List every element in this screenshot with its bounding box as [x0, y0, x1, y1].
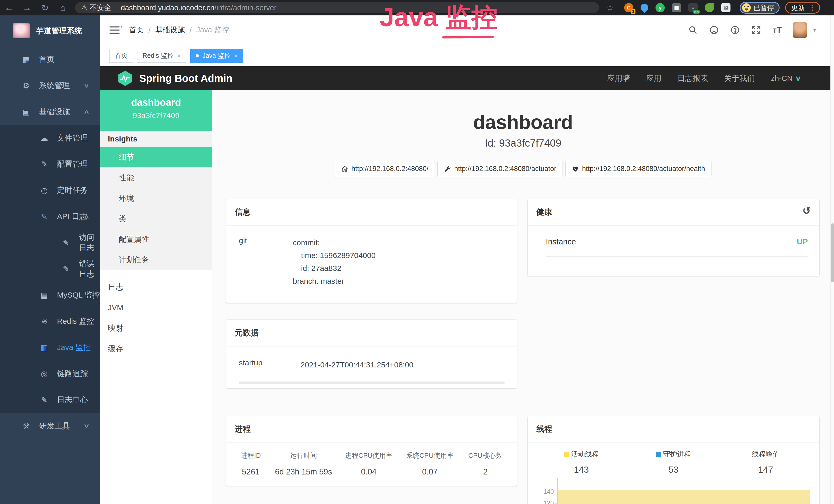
sidebar-item-system-management[interactable]: ⚙ 系统管理 ∨ [0, 72, 100, 98]
sidebar-item-redis-monitor[interactable]: ≋ Redis 监控 [0, 308, 100, 334]
tag-home[interactable]: 首页 [109, 49, 133, 63]
legend-peak-threads[interactable]: 线程峰值 [720, 450, 812, 459]
reload-icon[interactable]: ↻ [36, 3, 54, 13]
extension-onetab-icon[interactable]: ≡ on [688, 3, 698, 12]
extension-y-icon[interactable]: y [656, 3, 665, 12]
app-logo-row[interactable]: 芋道管理系统 [0, 16, 100, 46]
process-card-title: 进程 [226, 416, 517, 442]
sidebar-item-mysql-monitor[interactable]: ▤ MySQL 监控 [0, 282, 100, 308]
sidebar-item-label: Redis 监控 [57, 316, 94, 327]
infrastructure-submenu: ☁ 文件管理 ✎ 配置管理 ◷ 定时任务 ✎ API 日志 ∧ ✎ 访问日志 ✎ [0, 125, 100, 413]
y-tick-140: 140 [544, 488, 554, 495]
sba-link-applications[interactable]: 应用 [646, 73, 661, 84]
sidebar-item-java-monitor[interactable]: ▥ Java 监控 [0, 334, 100, 361]
sidebar-item-label: 配置管理 [57, 159, 88, 169]
search-icon[interactable] [687, 24, 699, 36]
history-icon[interactable]: ↺ [803, 205, 811, 216]
browser-update-button[interactable]: 更新 ⋮ [785, 2, 820, 14]
extension-grid-icon[interactable]: ▦ [672, 3, 681, 12]
sidebar-item-access-logs[interactable]: ✎ 访问日志 [0, 230, 100, 256]
extensions-row: C 1 y ▦ ≡ on ⚄ [624, 3, 730, 12]
sidebar-item-file-management[interactable]: ☁ 文件管理 [0, 125, 100, 151]
tag-redis-monitor[interactable]: Redis 监控 × [137, 49, 186, 63]
help-icon[interactable] [729, 24, 741, 36]
sba-item-mappings[interactable]: 映射 [100, 318, 212, 338]
bookmark-star-icon[interactable]: ☆ [603, 3, 616, 13]
tags-view: 首页 Redis 监控 × Java 监控 × [100, 45, 834, 66]
sba-brand[interactable]: Spring Boot Admin [117, 70, 233, 87]
sba-item-logs[interactable]: 日志 [100, 277, 212, 297]
not-secure-label[interactable]: 不安全 [90, 3, 111, 13]
sba-item-metrics[interactable]: 性能 [100, 167, 212, 188]
extension-puzzle-icon[interactable]: ⚄ [721, 3, 730, 12]
sba-insights-section: Insights 细节 性能 环境 类 配置属性 计划任务 [100, 131, 212, 270]
sidebar-item-label: API 日志 [57, 211, 87, 222]
horizontal-scrollbar[interactable] [239, 382, 505, 384]
extension-pin-icon[interactable] [639, 2, 650, 13]
sidebar-item-error-logs[interactable]: ✎ 错误日志 [0, 256, 100, 282]
endpoint-actuator-button[interactable]: http://192.168.0.2:48080/actuator [437, 161, 563, 177]
chevron-up-icon: ∧ [84, 213, 90, 220]
threads-legend: 活动线程 守护进程 线程峰值 [535, 450, 812, 459]
sba-item-caches[interactable]: 缓存 [100, 338, 212, 359]
github-icon[interactable] [708, 24, 720, 36]
collapse-sidebar-icon[interactable] [109, 24, 120, 36]
avatar-caret-icon[interactable]: ▾ [813, 27, 816, 33]
fullscreen-icon[interactable] [750, 24, 762, 36]
sba-item-scheduled-tasks[interactable]: 计划任务 [100, 250, 212, 270]
sidebar-item-home[interactable]: ▦ 首页 [0, 46, 100, 72]
sidebar-item-scheduled-tasks[interactable]: ◷ 定时任务 [0, 177, 100, 203]
tag-label: 首页 [115, 51, 128, 60]
breadcrumb-home[interactable]: 首页 [129, 25, 144, 35]
instance-id-subtitle: Id: 93a3fc7f7409 [212, 137, 834, 149]
forward-icon[interactable]: → [18, 3, 36, 13]
endpoint-home-button[interactable]: http://192.168.0.2:48080/ [335, 161, 435, 177]
sba-item-details[interactable]: 细节 [100, 147, 212, 167]
sba-instance-id: 93a3fc7f7409 [100, 111, 212, 120]
endpoint-health-button[interactable]: http://192.168.0.2:48080/actuator/health [565, 161, 711, 177]
health-instance-label[interactable]: Instance [546, 237, 576, 247]
browser-menu-icon[interactable]: ⋮ [809, 6, 816, 9]
url-path[interactable]: /infra/admin-server [215, 4, 277, 12]
extension-colorpicker-icon[interactable]: C 1 [624, 3, 633, 12]
sidebar-item-dev-tools[interactable]: ⚒ 研发工具 ∨ [0, 413, 100, 439]
page-scrollbar[interactable] [830, 16, 834, 504]
back-icon[interactable]: ← [0, 3, 18, 13]
address-bar[interactable]: ⚠ 不安全 dashboard.yudao.iocoder.cn /infra/… [75, 2, 599, 13]
legend-daemon-threads[interactable]: 守护进程 [628, 450, 720, 459]
browser-profile-chip[interactable]: 已暂停 [740, 2, 780, 14]
uptime-value: 6d 23h 15m 59s [269, 467, 338, 477]
sba-item-environment[interactable]: 环境 [100, 188, 212, 208]
font-size-icon[interactable]: ᴛT [772, 24, 783, 36]
sidebar-item-label: 首页 [39, 54, 54, 65]
extension-leaf-icon[interactable] [705, 3, 714, 12]
sba-instance-header[interactable]: dashboard 93a3fc7f7409 [100, 90, 212, 131]
timer-icon: ◷ [39, 186, 50, 195]
sidebar-item-log-center[interactable]: ✎ 日志中心 [0, 387, 100, 413]
chevron-down-icon: ∨ [84, 82, 90, 89]
col-uptime: 运行时间 [269, 451, 338, 467]
scrollbar-thumb[interactable] [831, 223, 834, 282]
sba-item-jvm[interactable]: JVM [100, 297, 212, 318]
legend-live-threads[interactable]: 活动线程 [535, 450, 628, 459]
sba-item-classes[interactable]: 类 [100, 208, 212, 229]
sidebar-item-api-logs[interactable]: ✎ API 日志 ∧ [0, 203, 100, 230]
sidebar-item-infrastructure[interactable]: ▣ 基础设施 ∧ [0, 98, 100, 125]
tag-close-icon[interactable]: × [177, 52, 181, 59]
sidebar-item-config-management[interactable]: ✎ 配置管理 [0, 151, 100, 177]
sba-item-config-props[interactable]: 配置属性 [100, 229, 212, 250]
tag-java-monitor[interactable]: Java 监控 × [190, 49, 243, 63]
live-threads-area-series [558, 489, 810, 504]
sidebar-item-tracing[interactable]: ◎ 链路追踪 [0, 361, 100, 387]
sba-link-journal[interactable]: 日志报表 [677, 73, 708, 84]
tag-close-icon[interactable]: × [234, 52, 238, 59]
metadata-value: 2021-04-27T00:44:31.254+08:00 [301, 359, 505, 371]
url-host[interactable]: dashboard.yudao.iocoder.cn [121, 4, 214, 12]
breadcrumb-infrastructure[interactable]: 基础设施 [155, 25, 185, 35]
health-card-title: 健康 [536, 207, 552, 216]
browser-home-icon[interactable]: ⌂ [54, 3, 72, 13]
sba-link-wallboard[interactable]: 应用墙 [607, 73, 630, 84]
sba-link-about[interactable]: 关于我们 [724, 73, 755, 84]
user-avatar[interactable] [793, 22, 807, 38]
sba-locale-select[interactable]: zh-CN ∨ [771, 74, 800, 83]
